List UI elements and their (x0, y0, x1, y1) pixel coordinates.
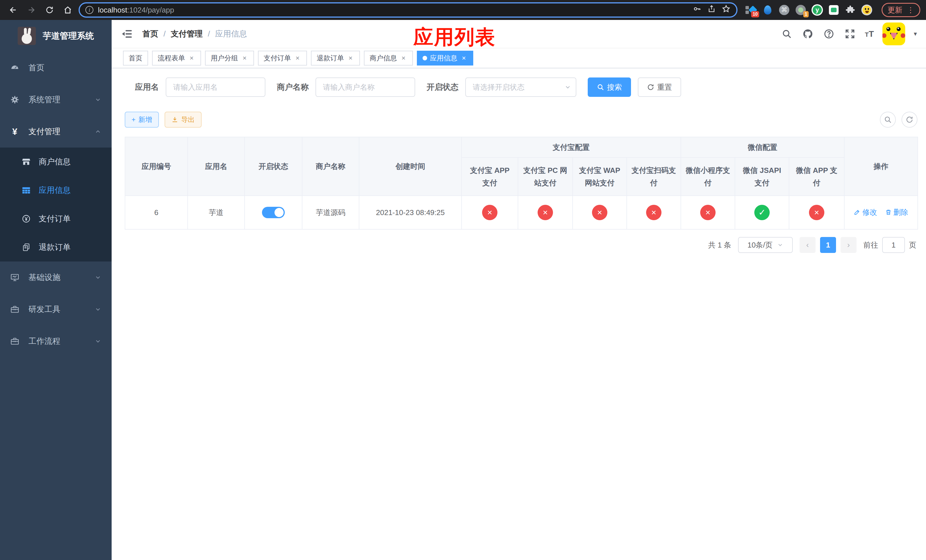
status-select[interactable] (465, 77, 576, 97)
profile-avatar-icon[interactable] (861, 4, 873, 16)
close-icon[interactable]: × (347, 54, 354, 62)
url-text[interactable]: localhost:1024/pay/app (98, 6, 688, 15)
sidebar-item-pay-order[interactable]: 支付订单 (0, 204, 112, 233)
extension-chat-icon[interactable] (828, 4, 840, 16)
reload-icon[interactable] (42, 3, 57, 17)
close-icon[interactable]: × (294, 54, 301, 62)
app-logo[interactable]: 芋道管理系统 (0, 20, 112, 52)
pagination: 共 1 条 10条/页 ‹ 1 › 前往 (125, 237, 917, 253)
info-icon[interactable]: i (85, 6, 94, 14)
table-toolbar: + 新增 导出 (125, 112, 917, 128)
sidebar-item-merchant-info[interactable]: 商户信息 (0, 148, 112, 176)
sidebar-item-workflow[interactable]: 工作流程 (0, 325, 112, 357)
col-status: 开启状态 (245, 137, 302, 196)
col-group-alipay: 支付宝配置 (461, 137, 681, 157)
main-area: 首页 / 支付管理 / 应用信息 应用列表 (112, 20, 926, 560)
extension-balloon-icon[interactable] (762, 4, 773, 16)
search-button[interactable]: 搜索 (588, 77, 631, 97)
forward-icon[interactable] (24, 3, 39, 17)
browser-toolbar: i localhost:1024/pay/app 10 ⌘ (0, 0, 926, 20)
tab-pay-order[interactable]: 支付订单× (258, 51, 307, 65)
cell-wechat-app-status: × (789, 196, 844, 229)
tab-merchant-info[interactable]: 商户信息× (364, 51, 413, 65)
sidebar-collapse-icon[interactable] (121, 28, 133, 40)
sidebar-item-dev-tools[interactable]: 研发工具 (0, 294, 112, 325)
github-icon[interactable] (802, 28, 814, 40)
extension-record-icon[interactable]: 1 (795, 4, 806, 16)
sidebar-item-label: 退款订单 (39, 242, 71, 253)
sidebar-submenu-payment: 商户信息 应用信息 支付订单 (0, 148, 112, 262)
tab-refund-order[interactable]: 退款订单× (311, 51, 360, 65)
tab-app-info[interactable]: 应用信息× (417, 51, 473, 65)
tab-user-group[interactable]: 用户分组× (205, 51, 254, 65)
page-size-select[interactable]: 10条/页 (738, 237, 793, 253)
extension-sider-icon[interactable]: 10 (746, 4, 757, 16)
col-alipay-qr: 支付宝扫码支付 (627, 157, 681, 196)
close-icon[interactable]: × (241, 54, 248, 62)
share-icon[interactable] (707, 4, 716, 16)
breadcrumb-home[interactable]: 首页 (142, 29, 158, 39)
col-wechat-mini: 微信小程序支付 (681, 157, 735, 196)
sidebar-item-label: 支付管理 (29, 126, 85, 137)
sidebar-item-infrastructure[interactable]: 基础设施 (0, 262, 112, 294)
cross-circle-icon: × (809, 205, 825, 220)
bookmark-star-icon[interactable] (722, 4, 731, 16)
copy-documents-icon (22, 243, 31, 252)
tab-process-form[interactable]: 流程表单× (152, 51, 201, 65)
cell-alipay-wap-status: × (573, 196, 627, 229)
close-icon[interactable]: × (400, 54, 407, 62)
merchant-name-input[interactable] (316, 77, 415, 97)
user-avatar[interactable] (882, 23, 905, 45)
avatar-caret-icon[interactable]: ▾ (914, 30, 917, 38)
next-page-button[interactable]: › (841, 237, 856, 253)
prev-page-button[interactable]: ‹ (800, 237, 816, 253)
back-icon[interactable] (6, 3, 21, 17)
sidebar-item-payment[interactable]: ¥ 支付管理 (0, 116, 112, 148)
status-toggle[interactable] (262, 207, 285, 218)
cell-alipay-pc-status: × (518, 196, 573, 229)
close-icon[interactable]: × (188, 54, 195, 62)
browser-menu-icon[interactable]: ⋮ (907, 6, 914, 15)
page-content: 应用名 商户名称 开启状态 搜索 (112, 68, 926, 560)
logo-image (18, 27, 36, 45)
sidebar-item-system[interactable]: 系统管理 (0, 84, 112, 116)
export-button[interactable]: 导出 (165, 112, 201, 128)
col-app-id: 应用编号 (125, 137, 188, 196)
key-icon[interactable] (693, 4, 702, 16)
navbar-actions: TT ▾ (781, 23, 917, 45)
url-bar[interactable]: i localhost:1024/pay/app (79, 2, 737, 18)
extension-y-icon[interactable]: y (811, 4, 823, 16)
browser-update-button[interactable]: 更新 ⋮ (882, 3, 920, 17)
fullscreen-icon[interactable] (844, 28, 856, 40)
col-wechat-app: 微信 APP 支付 (789, 157, 844, 196)
search-icon[interactable] (781, 28, 793, 40)
reset-button[interactable]: 重置 (638, 77, 681, 97)
page-number-button[interactable]: 1 (820, 237, 836, 253)
add-button[interactable]: + 新增 (125, 112, 159, 128)
yen-circle-icon (22, 214, 31, 223)
font-size-icon[interactable]: TT (865, 29, 874, 39)
tab-home[interactable]: 首页 (123, 51, 148, 65)
sidebar-item-app-info[interactable]: 应用信息 (0, 176, 112, 204)
app-name-input[interactable] (166, 77, 265, 97)
breadcrumb-separator: / (208, 29, 210, 38)
goto-page-input[interactable] (882, 237, 905, 253)
app-table: 应用编号 应用名 开启状态 商户名称 创建时间 支付宝配置 微信配置 操作 支付… (125, 137, 918, 230)
sidebar-item-home[interactable]: 首页 (0, 52, 112, 84)
refresh-button[interactable] (902, 112, 917, 128)
toolbox-icon (10, 305, 20, 314)
breadcrumb-payment[interactable]: 支付管理 (171, 29, 203, 39)
sidebar-item-refund-order[interactable]: 退款订单 (0, 233, 112, 262)
delete-button[interactable]: 删除 (885, 207, 908, 217)
extension-command-icon[interactable]: ⌘ (779, 4, 790, 16)
edit-button[interactable]: 修改 (854, 207, 877, 217)
chevron-down-icon (95, 274, 101, 281)
extensions-puzzle-icon[interactable] (844, 4, 856, 16)
home-icon[interactable] (61, 3, 75, 17)
col-alipay-pc: 支付宝 PC 网站支付 (518, 157, 573, 196)
table-row: 6 芋道 芋道源码 2021-10-23 08:49:25 × × × × × (125, 196, 918, 229)
status-select-input[interactable] (465, 77, 576, 97)
close-icon[interactable]: × (460, 54, 468, 62)
toggle-search-button[interactable] (880, 112, 896, 128)
help-icon[interactable] (823, 28, 835, 40)
